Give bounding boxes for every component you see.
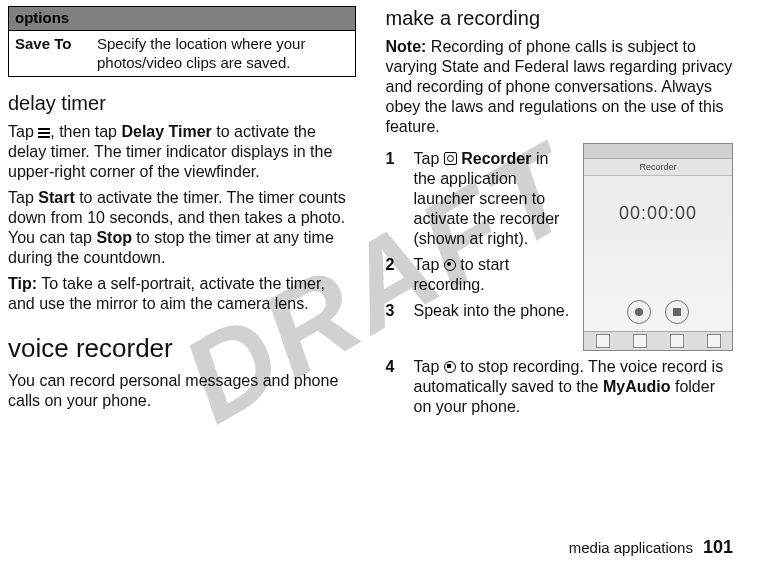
- record-dot-icon: [635, 308, 643, 316]
- note-text: Recording of phone calls is subject to v…: [386, 38, 733, 135]
- voice-recorder-heading: voice recorder: [8, 332, 356, 365]
- right-column: make a recording Note: Recording of phon…: [386, 6, 734, 566]
- screenshot-title: Recorder: [584, 159, 732, 176]
- record-icon: [444, 259, 456, 271]
- myaudio-label: MyAudio: [603, 378, 671, 395]
- step-number: 1: [386, 149, 400, 249]
- step-text: Speak into the phone.: [414, 301, 574, 321]
- text: Tap: [414, 256, 444, 273]
- options-table: options Save To Specify the location whe…: [8, 6, 356, 77]
- delay-tip: Tip: To take a self-portrait, activate t…: [8, 274, 356, 314]
- save-to-val: Specify the location where your photos/v…: [91, 30, 355, 77]
- bottom-icon[interactable]: [707, 334, 721, 348]
- step-number: 2: [386, 255, 400, 295]
- page-content: options Save To Specify the location whe…: [0, 0, 757, 566]
- page-number: 101: [703, 537, 733, 558]
- screenshot-record-button[interactable]: [627, 300, 651, 324]
- step-number: 3: [386, 301, 400, 321]
- bottom-icon[interactable]: [633, 334, 647, 348]
- text: Tap: [8, 189, 38, 206]
- list-item: 2 Tap to start recording.: [386, 255, 574, 295]
- delay-p2: Tap Start to activate the timer. The tim…: [8, 188, 356, 268]
- screenshot-timer: 00:00:00: [584, 202, 732, 225]
- menu-icon: [38, 128, 50, 138]
- bottom-icon[interactable]: [670, 334, 684, 348]
- voice-p1: You can record personal messages and pho…: [8, 371, 356, 411]
- delay-p1: Tap , then tap Delay Timer to activate t…: [8, 122, 356, 182]
- text: Tap: [8, 123, 38, 140]
- screenshot-status-bar: [584, 144, 732, 159]
- text: Tap: [414, 150, 444, 167]
- save-to-key: Save To: [9, 30, 92, 77]
- recorder-label: Recorder: [461, 150, 531, 167]
- start-label: Start: [38, 189, 74, 206]
- screenshot-controls: [584, 300, 732, 324]
- stop-label: Stop: [96, 229, 132, 246]
- delay-timer-label: Delay Timer: [121, 123, 211, 140]
- list-item: 4 Tap to stop recording. The voice recor…: [386, 357, 734, 417]
- list-item: 1 Tap Recorder in the application launch…: [386, 149, 574, 249]
- options-table-header: options: [9, 7, 356, 31]
- steps-list: 1 Tap Recorder in the application launch…: [386, 149, 574, 321]
- text: , then tap: [50, 123, 121, 140]
- bottom-icon[interactable]: [596, 334, 610, 348]
- text: Tap: [414, 358, 444, 375]
- note-label: Note:: [386, 38, 427, 55]
- recorder-app-icon: [444, 152, 457, 165]
- recorder-screenshot: Recorder 00:00:00: [583, 143, 733, 351]
- list-item: 3 Speak into the phone.: [386, 301, 574, 321]
- screenshot-bottom-bar: [584, 331, 732, 350]
- step-text: Tap to start recording.: [414, 255, 574, 295]
- make-note: Note: Recording of phone calls is subjec…: [386, 37, 734, 137]
- make-recording-heading: make a recording: [386, 6, 734, 31]
- footer-section-label: media applications: [569, 539, 693, 556]
- table-row: Save To Specify the location where your …: [9, 30, 356, 77]
- delay-timer-heading: delay timer: [8, 91, 356, 116]
- tip-text: To take a self-portrait, activate the ti…: [8, 275, 325, 312]
- steps-list-cont: 4 Tap to stop recording. The voice recor…: [386, 357, 734, 417]
- screenshot-stop-button[interactable]: [665, 300, 689, 324]
- step-text: Tap to stop recording. The voice record …: [414, 357, 734, 417]
- step-number: 4: [386, 357, 400, 417]
- left-column: options Save To Specify the location whe…: [8, 6, 356, 566]
- tip-label: Tip:: [8, 275, 37, 292]
- step-text: Tap Recorder in the application launcher…: [414, 149, 574, 249]
- stop-square-icon: [673, 308, 681, 316]
- steps-with-screenshot: 1 Tap Recorder in the application launch…: [386, 143, 734, 351]
- stop-icon: [444, 361, 456, 373]
- page-footer: media applications 101: [569, 537, 733, 558]
